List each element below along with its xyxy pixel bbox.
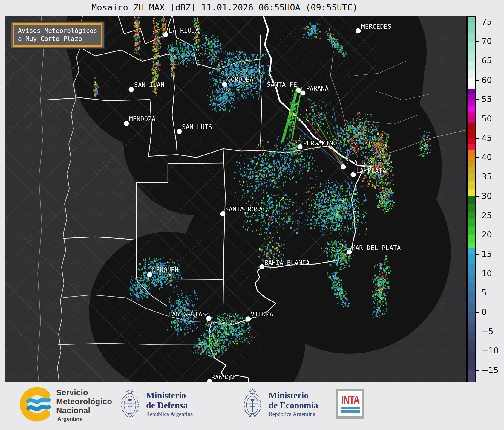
colorbar-tick-label: 45 bbox=[482, 133, 492, 143]
inta-bar-1 bbox=[341, 407, 360, 409]
city-label: MERCEDES bbox=[361, 23, 391, 30]
colorbar-tick-label: 10 bbox=[482, 269, 492, 278]
city-label: NEUQUÉN bbox=[152, 266, 179, 274]
smn-line-1: Servicio bbox=[56, 388, 112, 397]
economia-line-3: República Argentina bbox=[269, 411, 318, 417]
colorbar-tick-label: 55 bbox=[482, 94, 492, 104]
colorbar-tick-mark bbox=[476, 196, 479, 197]
inta-logo: INTA bbox=[336, 389, 364, 419]
economia-line-2: de Economía bbox=[269, 400, 318, 410]
coat-of-arms-icon bbox=[118, 385, 142, 422]
colorbar-tick-label: 5 bbox=[482, 288, 487, 297]
colorbar-tick-label: 25 bbox=[482, 211, 492, 220]
ministerio-defensa-logo: Ministerio de Defensa República Argentin… bbox=[118, 385, 193, 422]
economia-line-1: Ministerio bbox=[269, 390, 318, 400]
city-dot-icon bbox=[347, 250, 352, 255]
colorbar-tick-mark bbox=[476, 138, 479, 139]
colorbar-tick-label: −10 bbox=[482, 346, 499, 355]
colorbar-tick-label: 50 bbox=[482, 114, 492, 123]
warning-line-1: Avisos Meteorológicos bbox=[18, 27, 97, 35]
city-dot-icon bbox=[246, 317, 251, 322]
city-dot-icon bbox=[177, 129, 182, 134]
ministerio-economia-logo: Ministerio de Economía República Argenti… bbox=[240, 385, 318, 422]
city-dot-icon bbox=[163, 32, 168, 37]
radar-map: Avisos Meteorológicos a Muy Corto Plazo … bbox=[5, 16, 467, 383]
colorbar-tick-mark bbox=[476, 216, 479, 216]
colorbar-tick-mark bbox=[476, 312, 479, 313]
colorbar-tick-label: −5 bbox=[482, 327, 494, 336]
colorbar-tick-label: 75 bbox=[482, 17, 492, 26]
colorbar-tick-mark bbox=[476, 274, 479, 274]
city-dot-icon bbox=[124, 121, 129, 126]
city-dot-icon bbox=[351, 172, 356, 177]
city-label: VIEDMA bbox=[251, 311, 273, 318]
colorbar-tick-label: 15 bbox=[482, 249, 492, 259]
city-label: LA RIOJA bbox=[169, 27, 199, 34]
smn-line-2: Meteorológico bbox=[56, 397, 112, 406]
smn-line-3: Nacional bbox=[56, 406, 112, 415]
city-label: CÓRDOBA bbox=[227, 76, 254, 83]
colorbar-tick-mark bbox=[476, 235, 479, 235]
city-label: SANTA FE bbox=[267, 81, 297, 88]
inta-bar-2 bbox=[341, 410, 360, 413]
city-label: PERGAMINO bbox=[303, 140, 337, 147]
city-label: MAR DEL PLATA bbox=[352, 244, 401, 251]
colorbar-tick-mark bbox=[476, 80, 479, 81]
colorbar-tick-label: 0 bbox=[482, 307, 487, 317]
colorbar bbox=[467, 16, 476, 382]
colorbar-tick-mark bbox=[476, 99, 479, 100]
colorbar-tick-label: 35 bbox=[482, 172, 492, 181]
ministerio-defensa-text: Ministerio de Defensa República Argentin… bbox=[146, 390, 193, 417]
colorbar-tick-label: 60 bbox=[482, 75, 492, 84]
warning-box-inner: Avisos Meteorológicos a Muy Corto Plazo bbox=[13, 23, 102, 47]
colorbar-tick-label: 70 bbox=[482, 36, 492, 46]
colorbar-tick-mark bbox=[476, 41, 479, 42]
radar-map-canvas bbox=[5, 16, 466, 383]
city-label: SAN LUIS bbox=[182, 123, 212, 131]
city-label: SANTA ROSA bbox=[225, 206, 263, 213]
colorbar-tick-mark bbox=[476, 332, 479, 332]
ministerio-economia-text: Ministerio de Economía República Argenti… bbox=[269, 390, 318, 417]
city-label: LA PLATA bbox=[356, 167, 386, 174]
city-dot-icon bbox=[220, 211, 226, 216]
city-label: MENDOZA bbox=[129, 115, 156, 123]
smn-crescent-icon bbox=[17, 386, 53, 422]
city-dot-icon bbox=[222, 82, 227, 87]
colorbar-tick-mark bbox=[476, 370, 479, 371]
defensa-line-2: de Defensa bbox=[146, 400, 193, 410]
colorbar-tick-mark bbox=[476, 61, 479, 61]
city-label: RAWSON bbox=[211, 374, 234, 381]
city-dot-icon bbox=[341, 164, 346, 170]
coat-of-arms-icon bbox=[240, 385, 264, 422]
city-dot-icon bbox=[129, 87, 134, 92]
page-title: Mosaico ZH MAX [dBZ] 11.01.2026 06:55HOA… bbox=[92, 2, 358, 13]
city-dot-icon bbox=[260, 264, 265, 269]
colorbar-tick-mark bbox=[476, 351, 479, 351]
inta-label: INTA bbox=[341, 395, 359, 405]
warning-box: Avisos Meteorológicos a Muy Corto Plazo bbox=[11, 22, 104, 48]
smn-logo: Servicio Meteorológico Nacional Argentin… bbox=[17, 386, 112, 422]
smn-line-4: Argentina bbox=[57, 416, 112, 422]
colorbar-tick-label: −15 bbox=[482, 365, 499, 375]
defensa-line-3: República Argentina bbox=[146, 411, 193, 417]
city-label: LAS GRUTAS bbox=[168, 311, 206, 318]
colorbar-tick-label: 20 bbox=[482, 230, 492, 239]
city-label: C.A.B.A. bbox=[346, 159, 376, 166]
warning-line-2: a Muy Corto Plazo bbox=[18, 35, 97, 43]
colorbar-tick-label: 40 bbox=[482, 153, 492, 162]
smn-text: Servicio Meteorológico Nacional Argentin… bbox=[56, 388, 112, 422]
city-dot-icon bbox=[147, 272, 152, 277]
colorbar-tick-mark bbox=[476, 177, 479, 177]
city-dot-icon bbox=[206, 316, 212, 321]
city-label: SAN JUAN bbox=[134, 81, 164, 89]
colorbar-tick-label: 65 bbox=[482, 56, 492, 65]
city-dot-icon bbox=[356, 28, 361, 33]
city-dot-icon bbox=[301, 91, 306, 96]
city-dot-icon bbox=[298, 144, 303, 150]
colorbar-tick-mark bbox=[476, 254, 479, 255]
colorbar-tick-mark bbox=[476, 119, 479, 119]
city-label: PARANÁ bbox=[306, 85, 329, 92]
inta-logo-inner: INTA bbox=[338, 391, 362, 416]
radar-mosaic-page: Mosaico ZH MAX [dBZ] 11.01.2026 06:55HOA… bbox=[0, 0, 504, 430]
colorbar-tick-mark bbox=[476, 157, 479, 158]
